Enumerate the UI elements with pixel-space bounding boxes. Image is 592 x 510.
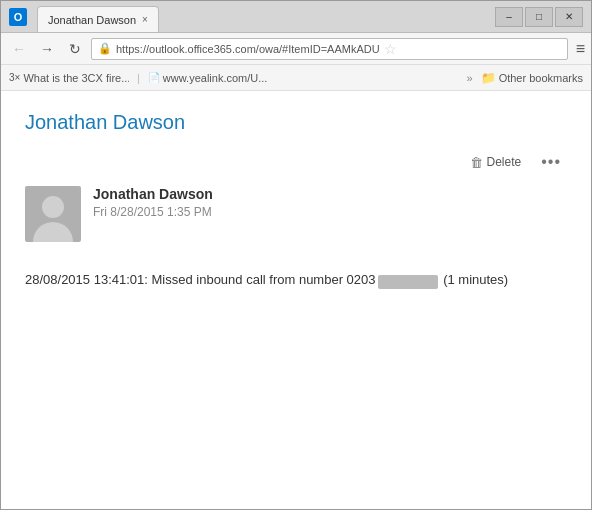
more-icon: •••: [541, 153, 561, 171]
sender-name: Jonathan Dawson: [93, 186, 213, 202]
browser-menu-icon[interactable]: ≡: [576, 40, 585, 58]
refresh-icon: ↻: [69, 41, 81, 57]
bookmark-3cx-label: What is the 3CX fire...: [23, 72, 129, 84]
maximize-button[interactable]: □: [525, 7, 553, 27]
tab-area: Jonathan Dawson ×: [37, 1, 159, 32]
address-text: https://outlook.office365.com/owa/#ItemI…: [116, 43, 380, 55]
email-body: 28/08/2015 13:41:01: Missed inbound call…: [25, 262, 567, 291]
bookmark-yealink-label: www.yealink.com/U...: [163, 72, 268, 84]
bookmark-3cx-icon: 3×: [9, 72, 20, 83]
email-content-area: Jonathan Dawson 🗑 Delete ••• Jonathan Da…: [1, 91, 591, 509]
navigation-bar: ← → ↻ 🔒 https://outlook.office365.com/ow…: [1, 33, 591, 65]
back-icon: ←: [12, 41, 26, 57]
avatar-body: [33, 222, 73, 242]
redacted-number: [378, 275, 438, 289]
bookmark-3cx[interactable]: 3× What is the 3CX fire...: [9, 72, 129, 84]
browser-window: O Jonathan Dawson × – □ ✕ ← → ↻ 🔒 https:…: [0, 0, 592, 510]
browser-icon: O: [9, 8, 27, 26]
refresh-button[interactable]: ↻: [63, 37, 87, 61]
email-body-text: 28/08/2015 13:41:01: Missed inbound call…: [25, 272, 376, 287]
lock-icon: 🔒: [98, 42, 112, 55]
browser-tab[interactable]: Jonathan Dawson ×: [37, 6, 159, 32]
avatar-head: [42, 196, 64, 218]
address-bar[interactable]: 🔒 https://outlook.office365.com/owa/#Ite…: [91, 38, 568, 60]
more-options-button[interactable]: •••: [535, 150, 567, 174]
email-body-suffix: (1 minutes): [443, 272, 508, 287]
email-actions: 🗑 Delete •••: [25, 150, 567, 174]
other-bookmarks-button[interactable]: 📁 Other bookmarks: [481, 71, 583, 85]
bookmark-star-icon[interactable]: ☆: [384, 41, 397, 57]
sender-info: Jonathan Dawson Fri 8/28/2015 1:35 PM: [93, 186, 213, 219]
title-bar: O Jonathan Dawson × – □ ✕: [1, 1, 591, 33]
close-button[interactable]: ✕: [555, 7, 583, 27]
email-subject: Jonathan Dawson: [25, 111, 567, 134]
back-button[interactable]: ←: [7, 37, 31, 61]
avatar-person: [25, 186, 81, 242]
sender-date: Fri 8/28/2015 1:35 PM: [93, 205, 213, 219]
avatar: [25, 186, 81, 242]
folder-icon: 📁: [481, 71, 496, 85]
forward-icon: →: [40, 41, 54, 57]
bookmark-yealink[interactable]: 📄 www.yealink.com/U...: [148, 72, 268, 84]
email-header: Jonathan Dawson Fri 8/28/2015 1:35 PM: [25, 186, 567, 242]
bookmark-separator: |: [137, 72, 140, 84]
other-bookmarks-label: Other bookmarks: [499, 72, 583, 84]
tab-close-button[interactable]: ×: [142, 14, 148, 25]
minimize-button[interactable]: –: [495, 7, 523, 27]
window-controls: – □ ✕: [495, 7, 583, 27]
tab-title: Jonathan Dawson: [48, 14, 136, 26]
forward-button[interactable]: →: [35, 37, 59, 61]
bookmarks-more-arrow[interactable]: »: [467, 72, 473, 84]
delete-button[interactable]: 🗑 Delete: [464, 152, 528, 173]
trash-icon: 🗑: [470, 155, 483, 170]
delete-label: Delete: [487, 155, 522, 169]
bookmark-yealink-icon: 📄: [148, 72, 160, 83]
bookmarks-bar: 3× What is the 3CX fire... | 📄 www.yeali…: [1, 65, 591, 91]
